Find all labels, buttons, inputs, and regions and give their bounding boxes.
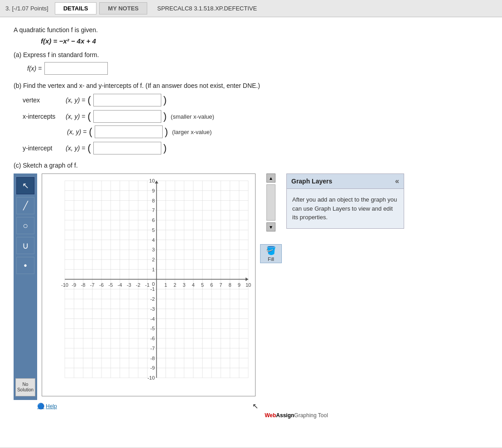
points-label: 3. [-/1.07 Points] (5, 5, 48, 12)
scroll-track (266, 184, 275, 221)
fill-icon: 🪣 (266, 246, 276, 255)
line-tool[interactable]: ╱ (16, 197, 34, 214)
help-label: Help (46, 403, 57, 409)
y-int-paren-close: ) (164, 143, 167, 153)
tab-my-notes[interactable]: MY NOTES (99, 2, 147, 14)
scroll-up-button[interactable]: ▲ (266, 173, 275, 183)
graph-layers-body: After you add an object to the graph you… (287, 189, 404, 228)
graph-canvas[interactable] (42, 174, 255, 396)
x-int-row2-prefix: (x, y) = (67, 128, 87, 135)
vertex-paren-open: ( (87, 95, 91, 105)
part-c-label: (c) Sketch a graph of f. (14, 162, 488, 169)
part-a-label: (a) Express f in standard form. (14, 51, 488, 58)
cursor-icon-footer: ↖ (252, 402, 258, 410)
no-solution-button[interactable]: No Solution (15, 378, 35, 396)
graph-layers-description: After you add an object to the graph you… (292, 196, 397, 221)
graph-layers-header: Graph Layers « (287, 174, 404, 189)
tools-sidebar: ↖ ╱ ○ ∪ • No Solution (14, 173, 37, 400)
part-a-input[interactable] (44, 62, 108, 75)
x-intercept-row2: (x, y) = ( ) (larger x-value) (67, 125, 488, 138)
problem-code: SPRECALC8 3.1.518.XP.DEFECTIVE (157, 5, 257, 12)
part-a-input-row: f(x) = (27, 62, 488, 75)
graph-canvas-wrapper (42, 173, 256, 396)
web-label: Web (265, 412, 276, 419)
x-int-row2-paren-open: ( (89, 127, 92, 137)
circle-tool[interactable]: ○ (16, 217, 34, 234)
cursor-tool[interactable]: ↖ (16, 177, 34, 194)
graph-layers-panel: Graph Layers « After you add an object t… (286, 173, 404, 229)
x-int-row1-prefix: (x, y) = (66, 113, 85, 120)
graph-layers-collapse-button[interactable]: « (395, 177, 399, 185)
function-display: f(x) = −x² − 4x + 4 (41, 37, 488, 45)
x-intercept-smaller-input[interactable] (93, 110, 161, 123)
vertex-label: vertex (23, 96, 63, 104)
scroll-down-button[interactable]: ▼ (266, 222, 275, 231)
x-int-row1-paren-close: ) (164, 111, 167, 121)
x-int-row2-note: (larger x-value) (172, 129, 212, 135)
x-intercept-row1: x-intercepts (x, y) = ( ) (smaller x-val… (23, 110, 488, 123)
x-int-row1-note: (smaller x-value) (171, 113, 214, 120)
vertex-paren-close: ) (164, 95, 167, 105)
help-icon: 🔵 (37, 403, 44, 409)
part-b-label: (b) Find the vertex and x- and y-interce… (14, 82, 488, 89)
vertex-input[interactable] (93, 94, 161, 106)
main-content: A quadratic function f is given. f(x) = … (0, 17, 502, 448)
part-a-prefix: f(x) = (27, 65, 42, 72)
webassign-footer: WebAssignGraphing Tool (14, 412, 488, 419)
graph-layers-title: Graph Layers (291, 178, 332, 185)
tab-details[interactable]: DETAILS (55, 2, 97, 14)
function-text: f(x) = −x² − 4x + 4 (41, 37, 96, 45)
top-bar: 3. [-/1.07 Points] DETAILS MY NOTES SPRE… (0, 0, 502, 17)
y-intercept-label: y-intercept (23, 145, 63, 152)
graph-right-controls: ▲ ▼ 🪣 Fill (260, 173, 282, 263)
fill-button[interactable]: 🪣 Fill (260, 244, 282, 263)
parabola-tool[interactable]: ∪ (16, 237, 34, 254)
y-intercept-row: y-intercept (x, y) = ( ) (23, 142, 488, 154)
y-int-prefix: (x, y) = (66, 145, 85, 152)
x-int-row2-paren-close: ) (165, 127, 168, 137)
vertex-row: vertex (x, y) = ( ) (23, 94, 488, 106)
problem-intro: A quadratic function f is given. (14, 26, 488, 34)
graph-section: ↖ ╱ ○ ∪ • No Solution ▲ ▼ 🪣 Fill Gra (14, 173, 488, 400)
assign-label: Assign (276, 412, 294, 419)
help-link[interactable]: 🔵 Help (37, 403, 57, 409)
y-int-paren-open: ( (87, 143, 91, 153)
vertex-prefix: (x, y) = (66, 96, 85, 104)
x-intercept-larger-input[interactable] (95, 125, 163, 138)
y-intercept-input[interactable] (93, 142, 161, 154)
fill-label: Fill (268, 256, 274, 262)
tool-label: Graphing Tool (294, 412, 328, 419)
graph-footer: 🔵 Help ↖ (14, 402, 258, 410)
x-intercepts-label: x-intercepts (23, 113, 63, 120)
x-int-row1-paren-open: ( (87, 111, 91, 121)
point-tool[interactable]: • (16, 257, 34, 274)
